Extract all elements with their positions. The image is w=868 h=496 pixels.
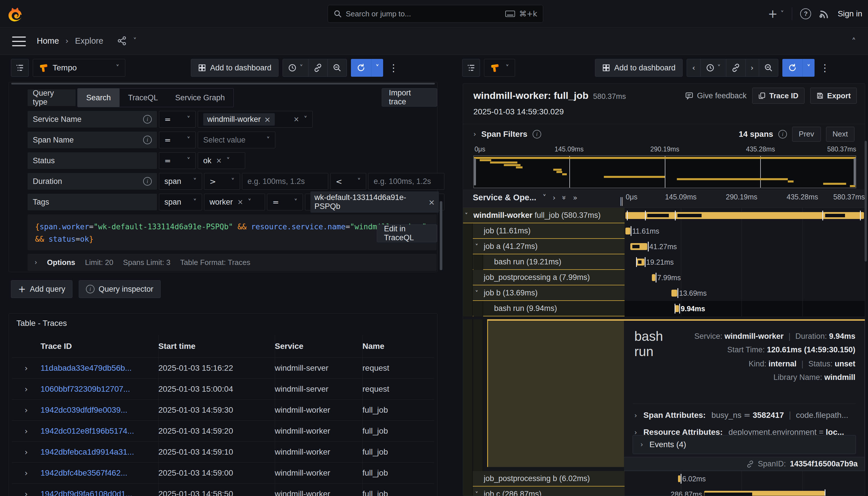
row-expander-icon[interactable]: › (12, 385, 41, 394)
refresh-icon-area[interactable] (351, 59, 371, 77)
collapse-all-icon[interactable]: » (573, 193, 577, 202)
service-name-op-select[interactable]: =˅ (159, 111, 196, 128)
table-row[interactable]: ›1942dc012e8f196b5174...2025-01-03 14:59… (12, 420, 434, 441)
query-options-row[interactable]: › Options Limit: 20 Spans Limit: 3 Table… (28, 254, 437, 271)
time-shift-left-button[interactable]: ‹ (687, 59, 700, 76)
close-icon[interactable]: × (216, 157, 222, 165)
duration-gt-select[interactable]: >˅ (204, 173, 240, 190)
span-name-cell[interactable]: ˅windmill-worker full_job (580.37ms) (463, 208, 624, 223)
row-expander-icon[interactable]: › (12, 427, 41, 436)
span-timeline-cell[interactable]: 7.99ms (624, 270, 865, 285)
table-row[interactable]: ›1060bbf732309b12707...2025-01-03 15:00:… (12, 378, 434, 400)
tags-scope-select[interactable]: span˅ (159, 194, 202, 210)
run-query-button[interactable]: ˅ (782, 59, 815, 77)
close-icon[interactable]: × (237, 198, 243, 206)
tags-value-select[interactable]: wk-default-133114d6a91e-PSPQb× (305, 194, 444, 210)
new-menu-button[interactable]: +˅ (768, 7, 784, 20)
run-query-button[interactable]: ˅ (351, 59, 383, 77)
add-query-button[interactable]: +Add query (11, 280, 73, 298)
header-trace-id[interactable]: Trace ID (41, 342, 158, 351)
trace-outline-button[interactable] (462, 59, 480, 77)
row-expander-icon[interactable]: › (12, 447, 41, 457)
query-inspector-button[interactable]: iQuery inspector (79, 280, 161, 298)
breadcrumb-actions-chevron[interactable]: ˅ (133, 37, 137, 45)
global-search-input[interactable]: Search or jump to... ⌘+k (328, 5, 543, 23)
span-row[interactable]: job_postprocessing a (7.99ms)7.99ms (463, 270, 865, 285)
header-service[interactable]: Service (275, 342, 362, 351)
add-to-dashboard-button[interactable]: Add to dashboard (595, 59, 683, 77)
zoom-out-button[interactable] (328, 59, 347, 76)
tab-search[interactable]: Search (78, 89, 120, 107)
row-expander-icon[interactable]: › (12, 405, 41, 415)
time-shift-right-button[interactable]: › (746, 59, 759, 76)
share-icon[interactable] (117, 36, 127, 46)
trace-id-link[interactable]: 1942dc012e8f196b5174... (41, 427, 158, 436)
close-icon[interactable]: × (428, 198, 435, 207)
help-button[interactable]: ? (800, 8, 811, 19)
tags-op-select[interactable]: =˅ (267, 194, 303, 210)
tags-key-select[interactable]: worker×˅ (204, 194, 265, 210)
clear-icon[interactable]: × (293, 115, 299, 123)
service-name-chip[interactable]: windmill-worker× (203, 113, 275, 126)
give-feedback-link[interactable]: Give feedback (685, 91, 747, 100)
run-interval-chevron[interactable]: ˅ (803, 59, 815, 77)
minimap-right-handle[interactable] (854, 158, 856, 185)
time-picker-button[interactable]: ˅ (283, 59, 308, 76)
column-resize-handle[interactable]: ‖ (619, 196, 624, 206)
span-duration-bar[interactable] (678, 475, 680, 482)
run-interval-chevron[interactable]: ˅ (371, 59, 383, 77)
span-attributes-row[interactable]: ›Span Attributes:busy_ns = 3582417|code.… (634, 410, 855, 420)
minimap-left-handle[interactable] (474, 158, 476, 185)
link-icon[interactable] (746, 460, 754, 468)
span-expander-icon[interactable]: ˅ (465, 212, 468, 219)
span-timeline-cell[interactable]: 11.61ms (624, 223, 865, 239)
datasource-picker-compact[interactable]: ˅ (484, 59, 515, 77)
header-start-time[interactable]: Start time (158, 342, 275, 351)
span-name-cell[interactable]: job_postprocessing a (7.99ms) (463, 270, 624, 285)
span-name-cell[interactable]: ˅job c (286.87ms) (463, 486, 624, 496)
status-op-select[interactable]: =˅ (159, 152, 196, 169)
refresh-icon-area[interactable] (782, 59, 803, 77)
datasource-picker[interactable]: Tempo ˅ (33, 59, 125, 77)
duration-lt-select[interactable]: <˅ (330, 173, 366, 190)
chevron-down-icon[interactable]: ˅ (543, 193, 546, 202)
span-row[interactable]: ˅job c (286.87ms)286.87ms (463, 486, 865, 496)
tab-traceql[interactable]: TraceQL (120, 89, 167, 107)
left-pane-scrollbar[interactable] (440, 201, 442, 270)
tab-service-graph[interactable]: Service Graph (167, 89, 234, 107)
span-name-value-select[interactable]: Select value˅ (198, 131, 275, 148)
time-picker-button[interactable]: ˅ (701, 59, 726, 76)
link-split-button[interactable] (726, 59, 746, 76)
span-row[interactable]: ˅job b (13.69ms)13.69ms (463, 285, 865, 301)
span-row[interactable]: bash run (9.94ms)9.94ms (463, 301, 865, 316)
span-row[interactable]: ˅job a (41.27ms)41.27ms (463, 239, 865, 254)
export-button[interactable]: Export (810, 88, 857, 104)
row-expander-icon[interactable]: › (12, 468, 41, 478)
duration-min-input[interactable]: e.g. 100ms, 1.2s (242, 173, 328, 190)
close-icon[interactable]: × (264, 115, 271, 124)
span-duration-bar[interactable] (625, 228, 630, 234)
header-name[interactable]: Name (362, 342, 434, 351)
chevron-right-icon[interactable]: › (474, 130, 476, 138)
trace-id-link[interactable]: 11dabada33e479db56b... (41, 363, 158, 373)
span-expander-icon[interactable]: ˅ (475, 491, 478, 496)
trace-id-link[interactable]: 1942dbfebca1d9914a31... (41, 447, 158, 456)
chevron-right-icon[interactable]: › (553, 193, 556, 202)
next-span-button[interactable]: Next (826, 127, 854, 142)
panel-menu-button[interactable]: ⋮ (819, 59, 831, 77)
duration-scope-select[interactable]: span˅ (159, 173, 202, 190)
span-duration-bar[interactable] (671, 290, 677, 297)
span-row[interactable]: job_postprocessing b (6.02ms)6.02ms (463, 471, 865, 486)
menu-toggle-button[interactable] (12, 36, 26, 46)
table-row[interactable]: ›1942dc039dfdf9e0039...2025-01-03 14:59:… (12, 400, 434, 420)
row-expander-icon[interactable]: › (12, 490, 41, 496)
span-name-op-select[interactable]: =˅ (159, 131, 196, 148)
link-split-button[interactable] (308, 59, 328, 76)
zoom-out-button[interactable] (759, 59, 778, 76)
span-name-cell[interactable]: job (11.61ms) (463, 223, 624, 239)
row-expander-icon[interactable]: › (12, 363, 41, 373)
trace-id-link[interactable]: 1942dbf9d9fa6108d0d1... (41, 490, 158, 496)
span-row[interactable]: ˅windmill-worker full_job (580.37ms) (463, 208, 865, 223)
tag-value-chip[interactable]: wk-default-133114d6a91e-PSPQb× (310, 191, 439, 213)
span-name-cell[interactable]: ˅job b (13.69ms) (463, 285, 624, 301)
